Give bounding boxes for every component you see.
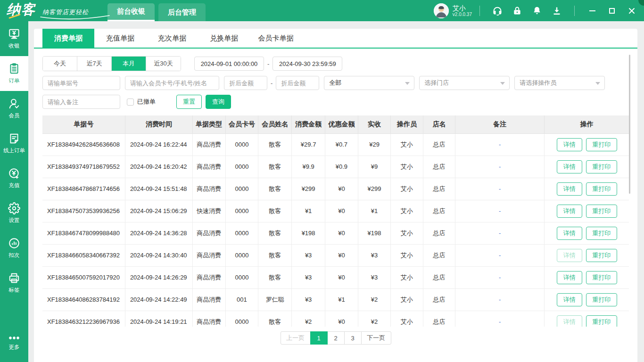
detail-button[interactable]: 详情 bbox=[557, 315, 582, 327]
next-page-button[interactable]: 下一页 bbox=[361, 331, 391, 345]
detail-button[interactable]: 详情 bbox=[557, 249, 582, 262]
more-dots-icon bbox=[8, 335, 20, 341]
order-no-input[interactable] bbox=[42, 76, 120, 90]
operator-select[interactable]: 请选择操作员 bbox=[514, 76, 605, 90]
amount-max-input[interactable] bbox=[276, 76, 319, 90]
reprint-button[interactable]: 重打印 bbox=[586, 271, 617, 284]
cell-member: 散客 bbox=[258, 178, 292, 200]
sidebar-item-deduct[interactable]: 扣次 bbox=[0, 230, 28, 265]
tab-recharge-orders[interactable]: 充值单据 bbox=[94, 29, 146, 48]
detail-button[interactable]: 详情 bbox=[557, 227, 582, 240]
cell-remark: - bbox=[455, 222, 545, 244]
date-from-input[interactable] bbox=[194, 57, 264, 71]
range-thismonth-button[interactable]: 本月 bbox=[112, 57, 146, 71]
lock-icon[interactable] bbox=[511, 5, 523, 17]
detail-button[interactable]: 详情 bbox=[557, 182, 582, 196]
cell-discount: ¥0.7 bbox=[325, 133, 358, 156]
date-to-input[interactable] bbox=[272, 57, 342, 71]
reprint-button[interactable]: 重打印 bbox=[586, 182, 617, 196]
cell-type: 商品消费 bbox=[192, 244, 225, 266]
cell-amount: ¥198 bbox=[292, 222, 325, 244]
cell-order-no: XF1838494262845636608 bbox=[42, 133, 125, 156]
close-button[interactable] bbox=[625, 4, 638, 17]
nav-backend-manage[interactable]: 后台管理 bbox=[158, 3, 206, 21]
cell-time: 2024-09-24 14:22:49 bbox=[125, 288, 192, 311]
tab-consume-orders[interactable]: 消费单据 bbox=[42, 29, 94, 48]
settings-gear-icon bbox=[8, 202, 20, 214]
cell-actions: 详情 重打印 bbox=[545, 156, 629, 178]
revoked-checkbox-wrap[interactable]: 已撤单 bbox=[127, 98, 156, 106]
detail-button[interactable]: 详情 bbox=[557, 205, 582, 218]
sidebar-item-online-orders[interactable]: 线上订单 bbox=[0, 126, 28, 161]
bell-icon[interactable] bbox=[531, 5, 543, 17]
tab-exchange-orders[interactable]: 兑换单据 bbox=[198, 29, 250, 48]
sidebar-item-settings[interactable]: 设置 bbox=[0, 196, 28, 230]
detail-button[interactable]: 详情 bbox=[557, 160, 582, 173]
reprint-button[interactable]: 重打印 bbox=[586, 205, 617, 218]
range-30days-button[interactable]: 近30天 bbox=[146, 57, 181, 71]
cell-paid: ¥3 bbox=[358, 266, 391, 288]
cell-amount: ¥3 bbox=[292, 244, 325, 266]
document-tabs: 消费单据 充值单据 充次单据 兑换单据 会员卡单据 bbox=[34, 29, 637, 49]
sidebar-item-cashier[interactable]: 收银 bbox=[0, 21, 28, 56]
cell-order-no: XF1838464086283784192 bbox=[42, 288, 125, 311]
search-button[interactable]: 查询 bbox=[206, 95, 231, 109]
cell-order-no: XF1838465007592017920 bbox=[42, 266, 125, 288]
cell-remark: - bbox=[455, 266, 545, 288]
page-button-1[interactable]: 1 bbox=[310, 331, 328, 345]
reprint-button[interactable]: 重打印 bbox=[586, 249, 617, 262]
range-7days-button[interactable]: 近7天 bbox=[77, 57, 112, 71]
col-discount: 优惠金额 bbox=[325, 115, 358, 133]
page-button-3[interactable]: 3 bbox=[344, 331, 362, 345]
col-remark: 备注 bbox=[455, 115, 545, 133]
cell-amount: ¥3 bbox=[292, 266, 325, 288]
sidebar-item-labels[interactable]: 标签 bbox=[0, 265, 28, 300]
detail-button[interactable]: 详情 bbox=[557, 271, 582, 284]
cell-store: 总店 bbox=[423, 311, 455, 327]
detail-button[interactable]: 详情 bbox=[557, 138, 582, 151]
maximize-button[interactable] bbox=[605, 4, 619, 17]
vertical-scrollbar[interactable] bbox=[629, 55, 630, 194]
reprint-button[interactable]: 重打印 bbox=[586, 160, 617, 173]
reprint-button[interactable]: 重打印 bbox=[586, 293, 617, 306]
download-icon[interactable] bbox=[551, 5, 563, 17]
cell-amount: ¥2 bbox=[292, 311, 325, 327]
tab-recount-orders[interactable]: 充次单据 bbox=[146, 29, 198, 48]
cell-actions: 详情 重打印 bbox=[545, 133, 629, 156]
sidebar-item-members[interactable]: 会员 bbox=[0, 91, 28, 126]
order-type-select[interactable]: 全部 bbox=[324, 76, 414, 90]
cell-operator: 艾小 bbox=[391, 156, 423, 178]
prev-page-button[interactable]: 上一页 bbox=[281, 331, 311, 345]
nav-front-cashier[interactable]: 前台收银 bbox=[107, 3, 155, 21]
detail-button[interactable]: 详情 bbox=[557, 293, 582, 306]
cell-amount: ¥9.9 bbox=[292, 156, 325, 178]
reprint-button[interactable]: 重打印 bbox=[586, 138, 617, 151]
cell-time: 2024-09-24 14:36:28 bbox=[125, 222, 192, 244]
tab-membercard-orders[interactable]: 会员卡单据 bbox=[250, 29, 302, 48]
cell-member: 散客 bbox=[258, 266, 292, 288]
amount-min-input[interactable] bbox=[224, 76, 267, 90]
cell-discount: ¥1 bbox=[325, 288, 358, 311]
remark-input[interactable] bbox=[42, 95, 120, 109]
cell-store: 总店 bbox=[423, 244, 455, 266]
cell-discount: ¥0 bbox=[325, 222, 358, 244]
sidebar-item-orders[interactable]: 订单 bbox=[0, 56, 28, 91]
cell-paid: ¥198 bbox=[358, 222, 391, 244]
sidebar-item-more[interactable]: 更多 bbox=[0, 325, 28, 360]
reprint-button[interactable]: 重打印 bbox=[586, 227, 617, 240]
sidebar-item-recharge[interactable]: 充值 bbox=[0, 161, 28, 196]
avatar[interactable] bbox=[434, 3, 449, 18]
revoked-checkbox[interactable] bbox=[127, 99, 134, 106]
reprint-button[interactable]: 重打印 bbox=[586, 315, 617, 327]
range-today-button[interactable]: 今天 bbox=[43, 57, 77, 71]
orders-table: 单据号 消费时间 单据类型 会员卡号 会员姓名 消费金额 优惠金额 实收 操作员… bbox=[42, 115, 629, 327]
page-button-2[interactable]: 2 bbox=[327, 331, 345, 345]
member-search-input[interactable] bbox=[125, 76, 219, 90]
reset-button[interactable]: 重置 bbox=[176, 95, 202, 109]
store-select[interactable]: 选择门店 bbox=[419, 76, 510, 90]
customer-service-icon[interactable] bbox=[491, 5, 504, 17]
cell-time: 2024-09-24 15:06:29 bbox=[125, 200, 192, 222]
cell-time: 2024-09-24 14:26:29 bbox=[125, 266, 192, 288]
table-header: 单据号 消费时间 单据类型 会员卡号 会员姓名 消费金额 优惠金额 实收 操作员… bbox=[42, 115, 629, 133]
minimize-button[interactable] bbox=[586, 4, 599, 17]
